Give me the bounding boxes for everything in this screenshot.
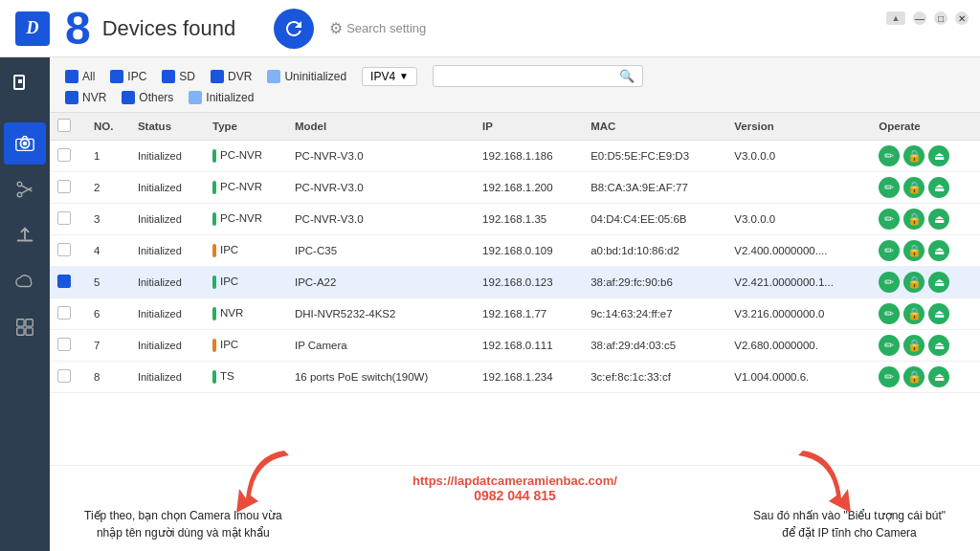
- edit-button[interactable]: ✏: [879, 335, 900, 356]
- reboot-button[interactable]: 🔒: [903, 177, 924, 198]
- sidebar-item-camera[interactable]: [4, 122, 46, 165]
- table-row[interactable]: 4 Initialized IPC IPC-C35 192.168.0.109 …: [50, 235, 980, 267]
- row-ip: 192.168.1.77: [475, 298, 583, 330]
- main-layout: All IPC SD DVR: [0, 57, 980, 551]
- table-row[interactable]: 8 Initialized TS 16 ports PoE switch(190…: [50, 362, 980, 393]
- row-checkbox[interactable]: [57, 369, 71, 383]
- select-all-checkbox[interactable]: [57, 119, 71, 132]
- search-setting-button[interactable]: ⚙ Search setting: [329, 19, 426, 37]
- maximize-button[interactable]: □: [934, 11, 947, 25]
- row-model: IPC-C35: [287, 235, 475, 267]
- table-row[interactable]: 2 Initialized PC-NVR PC-NVR-V3.0 192.168…: [50, 172, 980, 204]
- row-checkbox-cell: [50, 204, 86, 235]
- filter-uninitialized[interactable]: Uninitialized: [267, 70, 346, 83]
- table-row[interactable]: 6 Initialized NVR DHI-NVR5232-4KS2 192.1…: [50, 298, 980, 330]
- ipv4-dropdown[interactable]: IPV4 ▼: [362, 67, 417, 86]
- filter-nvr[interactable]: NVR: [65, 91, 106, 104]
- row-operate: ✏ 🔒 ⏏: [871, 298, 980, 330]
- exit-button[interactable]: ⏏: [928, 366, 949, 387]
- close-button[interactable]: ✕: [955, 11, 969, 25]
- row-status: Initialized: [130, 235, 205, 267]
- filter-dvr[interactable]: DVR: [211, 70, 252, 83]
- exit-button[interactable]: ⏏: [928, 145, 949, 166]
- reboot-button[interactable]: 🔒: [903, 145, 924, 166]
- edit-button[interactable]: ✏: [879, 209, 900, 230]
- filter-sd[interactable]: SD: [162, 70, 195, 83]
- filter-uninitialized-checkbox[interactable]: [267, 70, 280, 83]
- exit-button[interactable]: ⏏: [928, 177, 949, 198]
- row-checkbox[interactable]: [57, 243, 71, 256]
- website-link[interactable]: https://lapdatcameramienbac.com/: [412, 474, 617, 488]
- refresh-button[interactable]: [274, 9, 314, 49]
- col-no: NO.: [86, 113, 130, 141]
- operate-buttons: ✏ 🔒 ⏏: [879, 177, 972, 198]
- operate-buttons: ✏ 🔒 ⏏: [879, 240, 972, 261]
- filter-initialized-checkbox[interactable]: [189, 91, 202, 104]
- row-checkbox[interactable]: [57, 338, 71, 351]
- sidebar-item-upload[interactable]: [4, 214, 46, 256]
- search-input[interactable]: [441, 70, 619, 83]
- sidebar-item-cloud[interactable]: [4, 260, 46, 302]
- row-ip: 192.168.1.200: [475, 172, 583, 204]
- table-row[interactable]: 3 Initialized PC-NVR PC-NVR-V3.0 192.168…: [50, 204, 980, 235]
- row-model: DHI-NVR5232-4KS2: [287, 298, 475, 330]
- row-operate: ✏ 🔒 ⏏: [871, 204, 980, 235]
- row-checkbox[interactable]: [57, 148, 71, 162]
- filter-all-checkbox[interactable]: [65, 70, 78, 83]
- exit-button[interactable]: ⏏: [928, 209, 949, 230]
- row-status: Initialized: [130, 330, 205, 362]
- edit-button[interactable]: ✏: [879, 303, 900, 324]
- edit-button[interactable]: ✏: [879, 366, 900, 387]
- edit-button[interactable]: ✏: [879, 272, 900, 293]
- minimize-button[interactable]: —: [913, 11, 926, 25]
- row-mac: 38:af:29:fc:90:b6: [583, 267, 726, 298]
- col-operate: Operate: [871, 113, 980, 141]
- row-checkbox[interactable]: [57, 180, 71, 193]
- type-indicator: [212, 339, 216, 352]
- reboot-button[interactable]: 🔒: [903, 366, 924, 387]
- row-checkbox[interactable]: [57, 211, 71, 225]
- exit-button[interactable]: ⏏: [928, 240, 949, 261]
- filter-ipc-checkbox[interactable]: [110, 70, 123, 83]
- filter-nvr-checkbox[interactable]: [65, 91, 78, 104]
- filter-initialized[interactable]: Initialized: [189, 91, 254, 104]
- table-row[interactable]: 1 Initialized PC-NVR PC-NVR-V3.0 192.168…: [50, 141, 980, 172]
- filter-sd-checkbox[interactable]: [162, 70, 175, 83]
- filter-row-2: NVR Others Initialized: [65, 91, 965, 104]
- row-status: Initialized: [130, 141, 205, 172]
- filter-others[interactable]: Others: [122, 91, 173, 104]
- row-checkbox[interactable]: [57, 275, 71, 288]
- sidebar-item-scissors[interactable]: [4, 168, 46, 210]
- row-checkbox[interactable]: [57, 306, 71, 320]
- exit-button[interactable]: ⏏: [928, 303, 949, 324]
- device-count: 8: [65, 6, 91, 52]
- row-mac: a0:bd:1d:10:86:d2: [583, 235, 726, 267]
- reboot-button[interactable]: 🔒: [903, 209, 924, 230]
- filter-dvr-checkbox[interactable]: [211, 70, 224, 83]
- search-icon[interactable]: 🔍: [619, 69, 635, 83]
- row-version: V3.0.0.0: [726, 141, 871, 172]
- filter-all[interactable]: All: [65, 70, 95, 83]
- reboot-button[interactable]: 🔒: [903, 240, 924, 261]
- reboot-button[interactable]: 🔒: [903, 272, 924, 293]
- row-model: PC-NVR-V3.0: [287, 204, 475, 235]
- svg-point-6: [17, 192, 22, 197]
- exit-button[interactable]: ⏏: [928, 272, 949, 293]
- exit-button[interactable]: ⏏: [928, 335, 949, 356]
- edit-button[interactable]: ✏: [879, 177, 900, 198]
- filter-ipc[interactable]: IPC: [110, 70, 146, 83]
- sidebar-item-grid[interactable]: [4, 306, 46, 348]
- filter-others-checkbox[interactable]: [122, 91, 135, 104]
- col-type: Type: [205, 113, 287, 141]
- table-row[interactable]: 5 Initialized IPC IPC-A22 192.168.0.123 …: [50, 267, 980, 298]
- reboot-button[interactable]: 🔒: [903, 303, 924, 324]
- row-ip: 192.168.0.123: [475, 267, 583, 298]
- arrow-right-icon: [789, 446, 856, 522]
- reboot-button[interactable]: 🔒: [903, 335, 924, 356]
- table-row[interactable]: 7 Initialized IPC IP Camera 192.168.0.11…: [50, 330, 980, 362]
- edit-button[interactable]: ✏: [879, 240, 900, 261]
- row-type: TS: [205, 362, 287, 393]
- row-version: V1.004.0000.6.: [726, 362, 871, 393]
- edit-button[interactable]: ✏: [879, 145, 900, 166]
- row-ip: 192.168.0.111: [475, 330, 583, 362]
